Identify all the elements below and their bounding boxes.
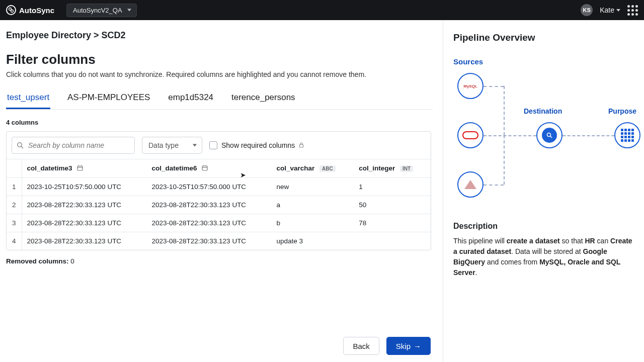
svg-rect-4 [300,144,303,147]
table-row[interactable]: 4 2023-08-28T22:30:33.123 UTC 2023-08-28… [7,232,431,250]
skip-button[interactable]: Skip → [386,337,431,355]
svg-rect-9 [202,166,207,170]
calendar-icon [202,165,208,172]
checkbox-icon [209,141,217,149]
table-row[interactable]: 3 2023-08-28T22:30:33.123 UTC 2023-08-28… [7,214,431,232]
columns-table: col_datetime3 col_datetime6 [7,159,431,250]
user-name-label: Kate [600,6,614,14]
svg-line-3 [21,146,23,148]
back-button[interactable]: Back [343,337,379,355]
source-node-sqlserver[interactable] [457,171,484,198]
removed-columns: Removed columns: 0 [6,257,433,265]
page-description: Click columns that you do not want to sy… [6,70,433,78]
search-input[interactable] [12,137,135,154]
apps-grid-icon[interactable] [627,5,638,16]
calendar-icon [77,165,83,172]
source-node-oracle[interactable] [457,122,484,148]
header-col-varchar[interactable]: col_varchar ABC [271,159,354,178]
brand-logo-icon [6,5,16,15]
svg-point-2 [18,143,22,147]
brand[interactable]: AutoSync [6,5,54,15]
purpose-node[interactable] [614,122,640,148]
lock-icon [299,142,304,149]
header-rownum [7,159,22,178]
table-row[interactable]: 2 2023-08-28T22:30:33.123 UTC 2023-08-28… [7,196,431,214]
destination-label: Destination [524,107,562,115]
source-node-mysql[interactable]: MySQL [457,73,484,99]
avatar[interactable]: KS [581,4,593,16]
search-wrap [12,137,135,154]
table-tabs: test_upsert AS-PM-EMPLOYEES emp1d5324 te… [6,89,433,110]
top-bar: AutoSync AutoSyncV2_QA KS Kate [0,0,644,20]
sidebar-title: Pipeline Overview [453,32,634,43]
sources-label: Sources [453,57,634,66]
pipeline-diagram: Destination Purpose MySQL [453,71,634,212]
svg-point-0 [9,8,12,11]
show-required-toggle[interactable]: Show required columns [209,141,304,149]
table-row[interactable]: 1 2023-10-25T10:57:50.000 UTC 2023-10-25… [7,177,431,196]
tab-emp1d5324[interactable]: emp1d5324 [167,89,214,108]
page-title: Filter columns [6,52,433,67]
svg-rect-5 [77,166,83,170]
search-icon [17,142,24,149]
user-menu[interactable]: Kate [600,6,620,14]
environment-value: AutoSyncV2_QA [73,7,122,14]
type-badge-int: INT [400,165,413,172]
column-count: 4 columns [6,119,433,126]
tab-as-pm-employees[interactable]: AS-PM-EMPLOYEES [66,89,151,108]
svg-line-14 [550,136,552,138]
destination-node[interactable] [536,122,562,148]
columns-panel: Data type Show required columns col_date… [6,131,431,250]
header-col-integer[interactable]: col_integer INT [354,159,431,178]
breadcrumb[interactable]: Employee Directory > SCD2 [6,30,433,41]
header-col-datetime3[interactable]: col_datetime3 [22,159,147,178]
description-text: This pipeline will create a dataset so t… [453,236,634,278]
svg-point-1 [11,10,14,13]
svg-point-13 [547,133,551,137]
arrow-right-icon: → [414,342,421,350]
tab-terence-persons[interactable]: terence_persons [230,89,296,108]
datatype-select[interactable]: Data type [142,137,202,154]
description-title: Description [453,222,634,231]
type-badge-abc: ABC [319,165,336,172]
datatype-label: Data type [148,141,179,149]
show-required-label: Show required columns [221,141,295,149]
tab-test-upsert[interactable]: test_upsert [6,89,50,109]
environment-select[interactable]: AutoSyncV2_QA [66,4,137,17]
purpose-label: Purpose [608,107,636,115]
header-col-datetime6[interactable]: col_datetime6 [147,159,272,178]
chevron-down-icon [616,9,620,12]
brand-name: AutoSync [19,6,54,15]
